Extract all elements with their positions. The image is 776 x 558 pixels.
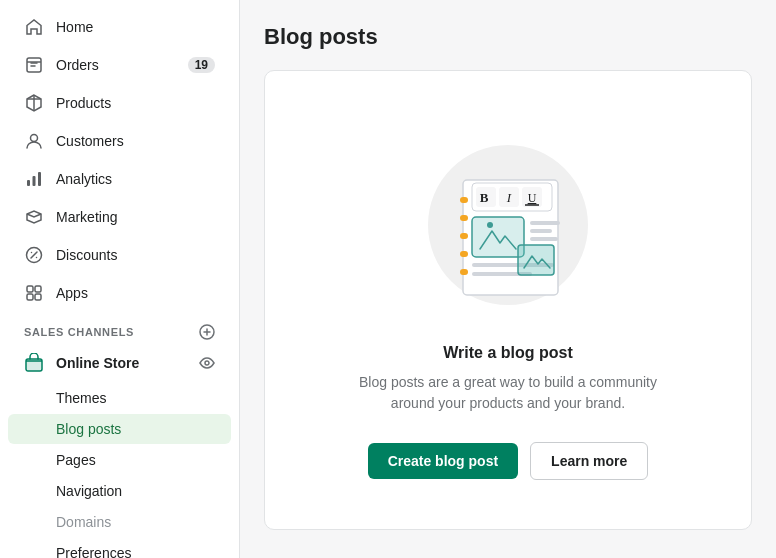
sidebar-item-blog-posts[interactable]: Blog posts xyxy=(8,414,231,444)
svg-point-31 xyxy=(487,222,493,228)
svg-rect-19 xyxy=(460,251,468,257)
action-buttons: Create blog post Learn more xyxy=(368,442,649,480)
empty-state-heading: Write a blog post xyxy=(443,344,572,362)
sidebar-item-domains[interactable]: Domains xyxy=(8,507,231,537)
sidebar-item-products[interactable]: Products xyxy=(8,85,231,121)
page-title: Blog posts xyxy=(264,24,752,50)
sidebar-item-navigation[interactable]: Navigation xyxy=(8,476,231,506)
online-store-sub-items: Themes Blog posts Pages Navigation Domai… xyxy=(8,382,239,558)
svg-rect-4 xyxy=(38,172,41,186)
online-store-icon xyxy=(24,353,44,373)
sidebar: Home Orders 19 Products Cust xyxy=(0,0,240,558)
products-icon xyxy=(24,93,44,113)
home-icon xyxy=(24,17,44,37)
customers-icon xyxy=(24,131,44,151)
svg-rect-18 xyxy=(460,233,468,239)
apps-icon xyxy=(24,283,44,303)
svg-rect-17 xyxy=(460,215,468,221)
main-content: Blog posts B I xyxy=(240,0,776,558)
sidebar-item-marketing[interactable]: Marketing xyxy=(8,199,231,235)
sidebar-item-customers[interactable]: Customers xyxy=(8,123,231,159)
svg-text:I: I xyxy=(506,190,512,205)
svg-rect-33 xyxy=(530,229,552,233)
svg-point-13 xyxy=(205,361,209,365)
sidebar-item-analytics[interactable]: Analytics xyxy=(8,161,231,197)
svg-text:U: U xyxy=(528,191,537,205)
svg-text:B: B xyxy=(480,190,489,205)
orders-icon xyxy=(24,55,44,75)
empty-state-description: Blog posts are a great way to build a co… xyxy=(338,372,678,414)
sidebar-item-apps[interactable]: Apps xyxy=(8,275,231,311)
sidebar-item-pages[interactable]: Pages xyxy=(8,445,231,475)
preview-icon[interactable] xyxy=(199,355,215,371)
learn-more-button[interactable]: Learn more xyxy=(530,442,648,480)
create-blog-post-button[interactable]: Create blog post xyxy=(368,443,518,479)
add-sales-channel-icon[interactable] xyxy=(199,324,215,340)
sidebar-item-online-store[interactable]: Online Store xyxy=(8,345,231,381)
sidebar-item-preferences[interactable]: Preferences xyxy=(8,538,231,558)
discounts-icon xyxy=(24,245,44,265)
marketing-icon xyxy=(24,207,44,227)
svg-rect-16 xyxy=(460,197,468,203)
sidebar-item-themes[interactable]: Themes xyxy=(8,383,231,413)
svg-rect-6 xyxy=(27,286,33,292)
empty-state-card: B I U xyxy=(264,70,752,530)
svg-rect-3 xyxy=(33,176,36,186)
svg-rect-37 xyxy=(518,245,554,275)
svg-rect-8 xyxy=(27,294,33,300)
svg-rect-34 xyxy=(530,237,558,241)
svg-rect-0 xyxy=(27,58,41,72)
sidebar-item-orders[interactable]: Orders 19 xyxy=(8,47,231,83)
analytics-icon xyxy=(24,169,44,189)
svg-rect-7 xyxy=(35,286,41,292)
svg-rect-32 xyxy=(530,221,560,225)
svg-rect-2 xyxy=(27,180,30,186)
sidebar-item-home[interactable]: Home xyxy=(8,9,231,45)
blog-post-illustration: B I U xyxy=(408,120,608,320)
svg-rect-9 xyxy=(35,294,41,300)
svg-rect-29 xyxy=(472,217,524,257)
sales-channels-section: SALES CHANNELS xyxy=(8,312,231,344)
orders-badge: 19 xyxy=(188,57,215,73)
sidebar-item-discounts[interactable]: Discounts xyxy=(8,237,231,273)
svg-point-1 xyxy=(31,135,38,142)
svg-rect-20 xyxy=(460,269,468,275)
